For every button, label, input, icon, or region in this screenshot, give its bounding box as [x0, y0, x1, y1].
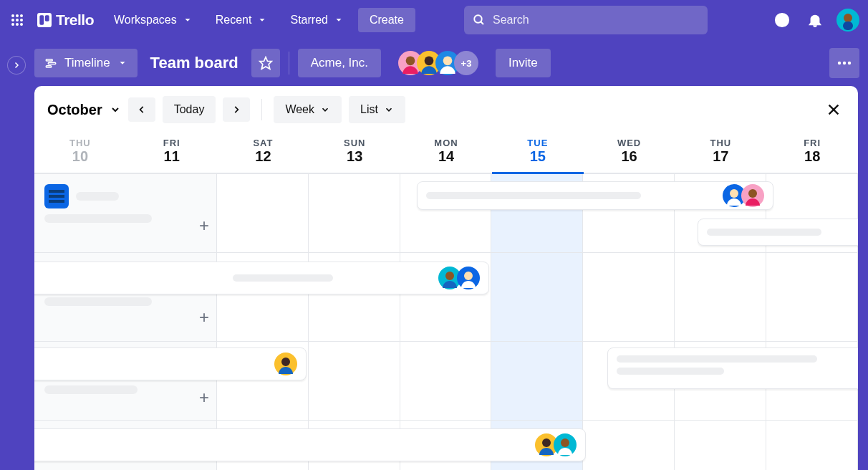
- trello-logo[interactable]: Trello: [32, 11, 100, 29]
- row-divider: [34, 341, 858, 342]
- card-title-placeholder: [233, 274, 333, 282]
- svg-point-7: [16, 23, 19, 26]
- zoom-selector[interactable]: Week: [274, 96, 342, 123]
- info-icon[interactable]: [771, 9, 794, 32]
- apps-launcher-icon[interactable]: [9, 11, 26, 29]
- svg-point-26: [838, 62, 841, 64]
- prev-button[interactable]: [128, 97, 155, 122]
- svg-point-51: [561, 438, 569, 447]
- member-avatar[interactable]: [741, 184, 764, 207]
- svg-line-13: [481, 21, 483, 24]
- close-panel-button[interactable]: [822, 98, 845, 121]
- row-divider: [34, 252, 858, 253]
- chevron-down-icon: [257, 15, 267, 25]
- timeline-panel: October Today Week List THU10 FRI11 SAT1…: [34, 86, 858, 470]
- board-menu-button[interactable]: [829, 48, 859, 78]
- recent-label: Recent: [216, 14, 252, 27]
- card-members: [274, 352, 297, 375]
- view-label: Timeline: [64, 56, 110, 70]
- timeline-card[interactable]: [34, 262, 489, 294]
- board-toolbar: Timeline Team board Acme, Inc. +3 Invite: [0, 40, 868, 86]
- board-title[interactable]: Team board: [150, 54, 238, 72]
- timeline-card[interactable]: [417, 181, 773, 210]
- calendar-body[interactable]: + +: [34, 174, 858, 470]
- svg-rect-19: [46, 59, 52, 61]
- day-header-today: TUE15: [492, 133, 584, 174]
- chevron-right-icon: [231, 105, 241, 115]
- list-subtitle-placeholder: [44, 297, 152, 306]
- card-title-placeholder: [426, 192, 641, 199]
- recent-menu[interactable]: Recent: [207, 8, 276, 32]
- separator: [261, 99, 262, 120]
- member-avatar[interactable]: [274, 352, 297, 375]
- list-row-header: [44, 184, 209, 223]
- next-button[interactable]: [223, 97, 250, 122]
- svg-rect-33: [49, 200, 64, 203]
- svg-point-3: [11, 19, 14, 21]
- brand-name: Trello: [56, 11, 94, 29]
- search-input[interactable]: [493, 14, 699, 27]
- member-avatar[interactable]: [554, 433, 577, 456]
- svg-rect-32: [49, 195, 64, 198]
- svg-point-50: [542, 438, 551, 447]
- timeline-card[interactable]: [698, 219, 858, 246]
- add-card-button[interactable]: +: [196, 389, 213, 406]
- notifications-icon[interactable]: [804, 9, 826, 32]
- chevron-right-icon: [12, 61, 21, 69]
- svg-point-44: [281, 358, 290, 366]
- svg-point-4: [16, 19, 19, 21]
- add-card-button[interactable]: +: [196, 309, 213, 326]
- day-header: THU10: [34, 133, 126, 173]
- calendar-header: THU10 FRI11 SAT12 SUN13 MON14 TUE15 WED1…: [34, 133, 858, 174]
- member-overflow-count[interactable]: +3: [454, 51, 478, 75]
- card-members: [535, 433, 577, 456]
- row-divider: [34, 420, 858, 421]
- svg-point-35: [748, 189, 757, 198]
- timeline-card[interactable]: [34, 428, 586, 461]
- list-title-placeholder: [76, 192, 119, 201]
- view-switcher[interactable]: Timeline: [34, 49, 138, 77]
- day-header: FRI11: [126, 133, 218, 173]
- svg-point-6: [11, 23, 14, 26]
- list-subtitle-placeholder: [44, 214, 152, 223]
- search-input-container[interactable]: [464, 6, 708, 34]
- svg-marker-22: [259, 57, 271, 69]
- star-button[interactable]: [251, 49, 280, 77]
- card-members: [438, 267, 480, 289]
- more-horizontal-icon: [837, 61, 852, 65]
- starred-label: Starred: [290, 14, 327, 27]
- svg-point-39: [464, 272, 473, 280]
- list-subtitle-placeholder: [44, 385, 138, 394]
- svg-rect-21: [46, 66, 52, 67]
- zoom-label: Week: [285, 103, 314, 116]
- grouping-selector[interactable]: List: [349, 96, 405, 123]
- timeline-card[interactable]: [34, 347, 307, 380]
- chevron-down-icon: [320, 105, 330, 115]
- create-button[interactable]: Create: [358, 8, 415, 32]
- svg-point-25: [443, 56, 453, 65]
- add-card-button[interactable]: +: [196, 217, 213, 234]
- starred-menu[interactable]: Starred: [281, 8, 352, 32]
- card-title-placeholder: [617, 355, 817, 363]
- separator: [289, 52, 289, 75]
- member-avatar[interactable]: [457, 267, 480, 289]
- day-header: SAT12: [218, 133, 309, 173]
- month-selector[interactable]: October: [47, 102, 121, 118]
- sidebar-expand-toggle[interactable]: [7, 56, 26, 75]
- today-button[interactable]: Today: [163, 96, 216, 123]
- org-button[interactable]: Acme, Inc.: [298, 49, 381, 77]
- current-month: October: [47, 102, 102, 118]
- svg-point-16: [781, 16, 783, 18]
- invite-button[interactable]: Invite: [496, 49, 551, 77]
- timeline-card[interactable]: [607, 347, 858, 389]
- svg-point-28: [848, 62, 851, 64]
- svg-rect-20: [48, 62, 56, 64]
- user-avatar[interactable]: [836, 9, 859, 32]
- svg-rect-9: [37, 13, 52, 27]
- chevron-down-icon: [117, 58, 127, 68]
- svg-rect-11: [45, 15, 49, 21]
- day-header: WED16: [584, 133, 675, 173]
- day-header: THU17: [675, 133, 766, 173]
- svg-point-24: [425, 56, 434, 65]
- workspaces-menu[interactable]: Workspaces: [105, 8, 201, 32]
